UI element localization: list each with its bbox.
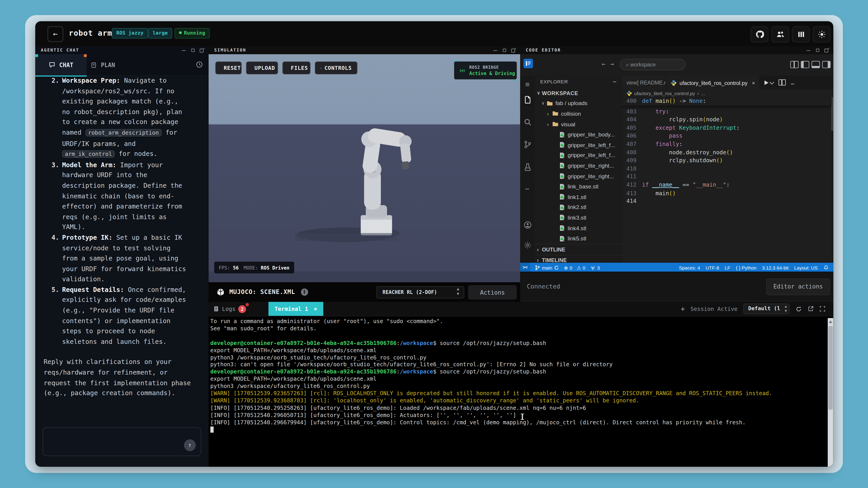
- activity-source-control[interactable]: [520, 136, 535, 153]
- ports-indicator[interactable]: 3: [590, 265, 600, 270]
- nav-back-icon[interactable]: ←: [602, 60, 605, 68]
- files-button[interactable]: FILES: [282, 61, 310, 74]
- activity-extensions[interactable]: [520, 158, 535, 175]
- explorer-item-link3-stl[interactable]: link3.stl: [535, 213, 622, 223]
- tab-readme[interactable]: view] README.md: [622, 75, 666, 90]
- minimize-icon[interactable]: [807, 48, 811, 53]
- run-button[interactable]: [765, 80, 774, 85]
- send-button[interactable]: ↑: [184, 440, 196, 451]
- errors-indicator[interactable]: ⊗0: [564, 265, 572, 270]
- explorer-item-gripper-lite-right-[interactable]: gripper_lite_right...: [535, 160, 622, 171]
- branch-indicator[interactable]: main: [535, 265, 559, 270]
- warnings-indicator[interactable]: ⚠0: [577, 265, 585, 270]
- command-search-input[interactable]: ⌕ workspace: [620, 59, 686, 70]
- fullscreen-icon[interactable]: [819, 306, 826, 312]
- close-icon[interactable]: ×: [314, 306, 317, 312]
- explorer-item-link2-stl[interactable]: link2.stl: [535, 202, 622, 213]
- layout-panel-bottom-icon[interactable]: [811, 61, 820, 68]
- open-external-icon[interactable]: [808, 306, 814, 312]
- language-indicator[interactable]: { } Python: [736, 265, 756, 270]
- activity-menu[interactable]: ≡: [520, 75, 535, 92]
- code-line-405[interactable]: 405 except KeyboardInterrupt:: [622, 124, 832, 132]
- breadcrumb[interactable]: ufactory_lite6_ros_control.py›...: [622, 90, 833, 97]
- controls-button[interactable]: CONTROLS: [315, 61, 358, 74]
- remote-indicator[interactable]: ><: [520, 263, 530, 272]
- layout-sidebar-right-icon[interactable]: [822, 61, 831, 68]
- history-clock-icon[interactable]: [196, 61, 203, 68]
- explorer-item-collision[interactable]: ›collision: [535, 108, 622, 119]
- split-editor-icon[interactable]: [778, 79, 786, 86]
- code-line-400[interactable]: 400def main() -> None:: [622, 97, 832, 105]
- code-line-410[interactable]: 410: [622, 165, 832, 173]
- chat-input[interactable]: ↑: [42, 427, 202, 456]
- close-icon[interactable]: ×: [752, 80, 755, 86]
- activity-settings-gear[interactable]: [520, 236, 535, 253]
- code-line-412[interactable]: 412if __name__ == "__main__":: [622, 181, 832, 189]
- terminal-scrollbar[interactable]: [828, 318, 833, 467]
- popout-icon[interactable]: [825, 48, 829, 53]
- expand-icon[interactable]: [815, 48, 820, 53]
- code-line-414[interactable]: 414: [622, 197, 832, 205]
- explorer-item-visual[interactable]: ›visual: [535, 119, 622, 129]
- expand-icon[interactable]: [502, 48, 507, 53]
- explorer-item-outline[interactable]: ›OUTLINE: [535, 244, 622, 255]
- explorer-more-icon[interactable]: …: [613, 77, 616, 83]
- tab-terminal-1[interactable]: Terminal 1×: [269, 302, 323, 316]
- code-line-408[interactable]: 408 node.destroy_node(): [622, 149, 832, 157]
- model-select[interactable]: REACHER RL (2-DOF)▲▼: [376, 286, 464, 298]
- code-line-409[interactable]: 409 rclpy.shutdown(): [622, 157, 832, 165]
- explorer-item-gripper-lite-left-f-[interactable]: gripper_lite_left_f...: [535, 150, 622, 160]
- info-icon[interactable]: i: [301, 289, 308, 296]
- tab-chat[interactable]: CHAT: [35, 54, 87, 76]
- expand-icon[interactable]: [191, 48, 195, 53]
- theme-toggle-button[interactable]: [813, 26, 831, 42]
- explorer-item-gripper-lite-body-[interactable]: gripper_lite_body...: [535, 129, 622, 140]
- layout-sidebar-left-icon[interactable]: [801, 61, 809, 68]
- code-line-407[interactable]: 407 finally:: [622, 140, 832, 149]
- indent-indicator[interactable]: Spaces: 4: [679, 265, 700, 270]
- explorer-item-workspace[interactable]: ∨WORKSPACE: [535, 88, 622, 98]
- explorer-item-gripper-lite-right-[interactable]: gripper_lite_right...: [535, 171, 622, 181]
- new-session-plus-icon[interactable]: +: [681, 305, 685, 313]
- explorer-item-fab-uploads[interactable]: ∨fab / uploads: [535, 98, 622, 108]
- activity-explorer[interactable]: [520, 91, 535, 108]
- code-line-406[interactable]: 406 pass: [622, 132, 832, 140]
- minimize-icon[interactable]: [493, 48, 498, 53]
- bell-icon[interactable]: [823, 265, 829, 270]
- explorer-item-link-base-stl[interactable]: link_base.stl: [535, 182, 622, 192]
- tab-active-file[interactable]: ufactory_lite6_ros_control.py×: [666, 75, 760, 90]
- eol-indicator[interactable]: LF: [725, 265, 730, 270]
- popout-icon[interactable]: [199, 48, 204, 53]
- explorer-item-link5-stl[interactable]: link5.stl: [535, 233, 622, 244]
- activity-more[interactable]: …: [520, 179, 535, 196]
- github-button[interactable]: [750, 26, 768, 42]
- editor-actions-button[interactable]: Editor actions: [766, 278, 830, 295]
- layout-columns-button[interactable]: [792, 26, 810, 42]
- actions-button[interactable]: Actions: [468, 285, 517, 300]
- code-line-413[interactable]: 413 main(): [622, 189, 832, 197]
- simulation-viewport[interactable]: RESET UPLOAD FILES CONTROLS ROS2 BRIDGEA…: [209, 54, 520, 282]
- profile-select[interactable]: Default (l▲▼: [743, 304, 790, 314]
- popout-icon[interactable]: [511, 48, 516, 53]
- encoding-indicator[interactable]: UTF-8: [706, 265, 719, 270]
- explorer-item-gripper-lite-left-f-[interactable]: gripper_lite_left_f...: [535, 140, 622, 150]
- upload-button[interactable]: UPLOAD: [246, 61, 278, 74]
- terminal-output[interactable]: To run a command as administrator (user …: [210, 318, 826, 467]
- tab-logs[interactable]: Logs 2: [213, 302, 246, 316]
- code-area[interactable]: 400def main() -> None:403 try:404 rclpy.…: [622, 97, 832, 263]
- minimize-icon[interactable]: [182, 48, 186, 53]
- tab-plan[interactable]: PLAN: [87, 54, 119, 75]
- refresh-icon[interactable]: [795, 305, 802, 312]
- keyboard-layout-indicator[interactable]: Layout: US: [794, 265, 817, 270]
- code-line-404[interactable]: 404 rclpy.spin(node): [622, 116, 832, 124]
- code-line-411[interactable]: 411: [622, 173, 832, 181]
- more-actions-icon[interactable]: …: [791, 79, 794, 86]
- layout-grid-icon[interactable]: [790, 61, 799, 68]
- explorer-item-link4-stl[interactable]: link4.stl: [535, 223, 622, 233]
- activity-account[interactable]: [520, 217, 535, 233]
- reset-button[interactable]: RESET: [215, 61, 242, 74]
- explorer-item-link1-stl[interactable]: link1.stl: [535, 192, 622, 202]
- activity-search[interactable]: [520, 113, 535, 130]
- nav-forward-icon[interactable]: →: [610, 60, 614, 68]
- chat-message-body[interactable]: 2.Workspace Prep: Navigate to /workspace…: [35, 75, 209, 433]
